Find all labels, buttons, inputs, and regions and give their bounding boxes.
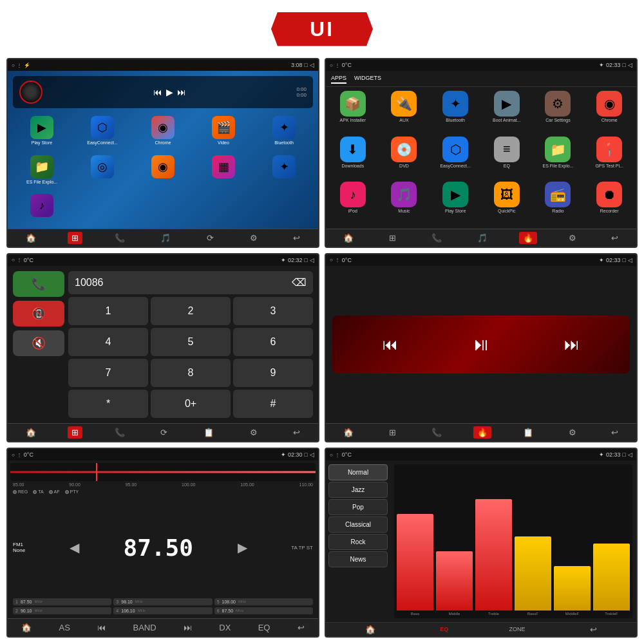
drawer-app-item[interactable]: 🖼QuickPic xyxy=(482,182,531,225)
drawer-app-item[interactable]: ▶Boot Animat... xyxy=(482,91,531,134)
back-nav-3[interactable]: ↩ xyxy=(289,426,304,439)
settings-nav-3[interactable]: ⚙ xyxy=(246,426,261,439)
drawer-app-item[interactable]: 🔌AUX xyxy=(380,91,429,134)
dial-key[interactable]: 6 xyxy=(233,328,313,356)
freq-up-btn[interactable]: ▶ xyxy=(238,540,247,555)
drawer-app-item[interactable]: 🎵Music xyxy=(380,182,429,225)
phone-nav[interactable]: 📞 xyxy=(111,232,129,244)
phone-nav-2[interactable]: 📞 xyxy=(428,232,446,244)
drawer-app-item[interactable]: ▶Play Store xyxy=(431,182,480,225)
tab-apps[interactable]: APPS xyxy=(331,73,346,84)
dial-key[interactable]: 8 xyxy=(151,359,231,387)
app-item[interactable]: ◉Chrome xyxy=(134,116,192,153)
mp-prev-btn[interactable]: ⏮ xyxy=(383,336,398,354)
next-btn[interactable]: ⏭ xyxy=(177,87,186,97)
backspace-btn[interactable]: ⌫ xyxy=(292,276,307,289)
apps-nav[interactable]: ⊞ xyxy=(68,232,82,244)
home-nav-6[interactable]: 🏠 xyxy=(361,623,379,636)
drawer-app-item[interactable]: 📻Radio xyxy=(534,182,583,225)
dial-key[interactable]: 2 xyxy=(151,297,231,325)
dial-key[interactable]: 3 xyxy=(233,297,313,325)
app-item[interactable]: 🎬Video xyxy=(194,116,252,153)
settings-nav-2[interactable]: ⚙ xyxy=(565,232,580,244)
drawer-app-item[interactable]: 📁ES File Explo... xyxy=(534,137,583,180)
tab-widgets[interactable]: WIDGETS xyxy=(354,73,381,84)
mute-btn[interactable]: 🔇 xyxy=(13,330,64,356)
app-item[interactable]: ◎ xyxy=(73,155,131,192)
apps-nav-3[interactable]: ⊞ xyxy=(68,426,82,439)
drawer-app-item[interactable]: ⚙Car Settings xyxy=(534,91,583,134)
app-item[interactable]: ⬡EasyConnect... xyxy=(73,116,131,153)
home-nav[interactable]: 🏠 xyxy=(22,232,40,244)
app-item[interactable]: ✦ xyxy=(255,155,313,192)
eq-preset-item[interactable]: Pop xyxy=(328,499,388,515)
bt-nav-3[interactable]: 📋 xyxy=(200,426,218,439)
dial-key[interactable]: 1 xyxy=(68,297,148,325)
dial-key[interactable]: 4 xyxy=(68,328,148,356)
dial-key[interactable]: 0+ xyxy=(151,390,231,418)
bt-nav-2[interactable]: 🔥 xyxy=(519,232,537,244)
app-item[interactable]: ◉ xyxy=(134,155,192,192)
drawer-app-item[interactable]: ⬡EasyConnect... xyxy=(431,137,480,180)
apps-nav-2[interactable]: ⊞ xyxy=(385,232,400,244)
dial-key[interactable]: * xyxy=(68,390,148,418)
radio-preset-item[interactable]: 290.10MHz xyxy=(13,607,111,614)
mp-play-pause-btn[interactable]: ⏯ xyxy=(472,334,490,355)
dial-key[interactable]: 9 xyxy=(233,359,313,387)
eq-preset-item[interactable]: Rock xyxy=(328,534,388,550)
app-item[interactable]: ▶Play Store xyxy=(13,116,71,153)
dx-nav[interactable]: DX xyxy=(215,621,234,634)
bt-nav[interactable]: ⟳ xyxy=(203,232,218,244)
phone-nav-3[interactable]: 📞 xyxy=(111,426,129,439)
freq-down-btn[interactable]: ◀ xyxy=(70,540,79,555)
band-nav[interactable]: BAND xyxy=(129,621,160,634)
radio-preset-item[interactable]: 187.50MHz xyxy=(13,598,111,605)
apps-nav-4[interactable]: ⊞ xyxy=(385,426,400,439)
back-nav-6[interactable]: ↩ xyxy=(586,623,601,636)
eq-preset-item[interactable]: Normal xyxy=(328,464,388,480)
radio-preset-item[interactable]: 4106.10MHz xyxy=(113,607,212,614)
media-nav-4[interactable]: 🔥 xyxy=(473,426,491,439)
back-nav-4[interactable]: ↩ xyxy=(607,426,622,439)
mp-next-btn[interactable]: ⏭ xyxy=(564,336,580,354)
drawer-app-item[interactable]: ⏺Recorder xyxy=(585,182,634,225)
eq-nav-5[interactable]: EQ xyxy=(254,621,274,634)
drawer-app-item[interactable]: ♪iPod xyxy=(328,182,377,225)
prev-btn[interactable]: ⏮ xyxy=(153,87,162,97)
back-nav[interactable]: ↩ xyxy=(289,232,304,244)
next-nav-5[interactable]: ⏭ xyxy=(180,621,196,634)
drawer-app-item[interactable]: ◉Chrome xyxy=(585,91,634,134)
drawer-app-item[interactable]: ≡EQ xyxy=(482,137,531,180)
drawer-app-item[interactable]: 📦APK Installer xyxy=(328,91,377,134)
call-btn[interactable]: 📞 xyxy=(13,271,64,297)
home-nav-4[interactable]: 🏠 xyxy=(339,426,357,439)
drawer-app-item[interactable]: 📍GPS Test Pl... xyxy=(585,137,634,180)
media-nav-2[interactable]: 🎵 xyxy=(473,232,491,244)
play-btn[interactable]: ▶ xyxy=(166,87,173,97)
drawer-app-item[interactable]: ✦Bluetooth xyxy=(431,91,480,134)
app-item[interactable]: ♪ xyxy=(13,194,71,226)
app-item[interactable]: 📁ES File Explo... xyxy=(13,155,71,192)
settings-nav-4[interactable]: ⚙ xyxy=(565,426,580,439)
drawer-app-item[interactable]: ⬇Downloads xyxy=(328,137,377,180)
home-nav-3[interactable]: 🏠 xyxy=(22,426,40,439)
dial-key[interactable]: 5 xyxy=(151,328,231,356)
media-nav[interactable]: 🎵 xyxy=(156,232,175,244)
eq-preset-item[interactable]: Jazz xyxy=(328,482,388,498)
radio-preset-item[interactable]: 687.50MHz xyxy=(214,607,313,614)
back-nav-5[interactable]: ↩ xyxy=(294,621,308,634)
dial-key[interactable]: 7 xyxy=(68,359,148,387)
as-nav[interactable]: AS xyxy=(55,621,73,634)
hangup-btn[interactable]: 📵 xyxy=(13,301,64,327)
bt-nav-4[interactable]: 📋 xyxy=(519,426,537,439)
radio-preset-item[interactable]: 398.10MHz xyxy=(113,598,212,605)
settings-nav[interactable]: ⚙ xyxy=(246,232,261,244)
phone-nav-4[interactable]: 📞 xyxy=(428,426,446,439)
app-item[interactable]: ▦ xyxy=(194,155,252,192)
eq-preset-item[interactable]: News xyxy=(328,551,388,567)
prev-nav-5[interactable]: ⏮ xyxy=(93,621,109,634)
radio-preset-item[interactable]: 5108.00MHz xyxy=(214,598,313,605)
media-nav-3[interactable]: ⟳ xyxy=(156,426,171,439)
drawer-app-item[interactable]: 💿DVD xyxy=(380,137,429,180)
home-nav-2[interactable]: 🏠 xyxy=(339,232,357,244)
